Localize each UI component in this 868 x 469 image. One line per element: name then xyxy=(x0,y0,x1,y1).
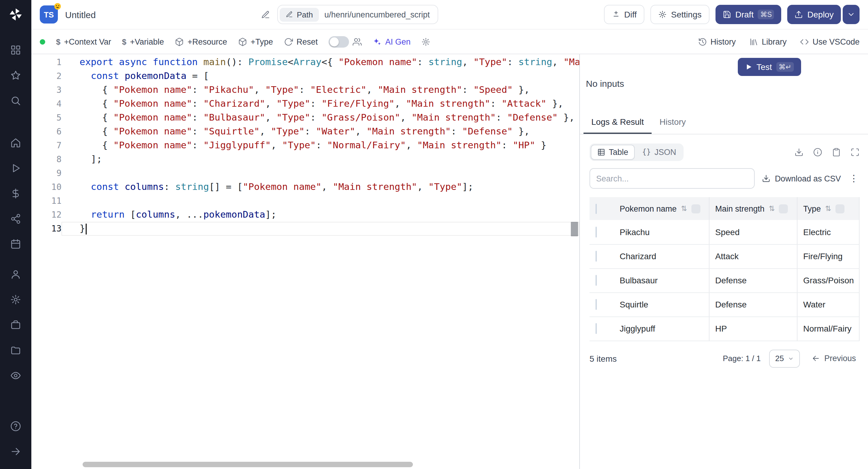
result-tabs: Logs & Result History xyxy=(580,111,868,134)
view-toggle-json[interactable]: {} JSON xyxy=(636,145,682,159)
table-cell: Speed xyxy=(709,220,797,244)
table-icon xyxy=(597,148,605,156)
line-number: 8 xyxy=(31,153,61,166)
sidebar-item-folders[interactable] xyxy=(0,338,31,363)
code-line-6[interactable]: 6 { "Pokemon name": "Squirtle", "Type": … xyxy=(31,125,579,139)
info-icon[interactable] xyxy=(813,147,822,156)
use-vscode-button[interactable]: Use VSCode xyxy=(800,37,860,46)
row-checkbox[interactable] xyxy=(595,275,597,286)
sidebar-item-resources[interactable] xyxy=(0,206,31,231)
settings-button[interactable]: Settings xyxy=(651,5,710,24)
code-line-9[interactable]: 9 xyxy=(31,166,579,180)
type-box-icon xyxy=(238,37,247,46)
toggle-switch[interactable] xyxy=(329,36,349,47)
sort-icon[interactable]: ⇅ xyxy=(825,205,831,213)
users-icon[interactable] xyxy=(352,37,362,46)
code-line-13[interactable]: 13} xyxy=(31,222,579,236)
code-line-8[interactable]: 8 ]; xyxy=(31,153,579,166)
table-cell: Squirtle xyxy=(614,292,709,316)
select-all-checkbox[interactable] xyxy=(595,204,597,214)
horizontal-scrollbar[interactable] xyxy=(83,462,413,467)
test-button[interactable]: Test ⌘↵ xyxy=(738,58,801,76)
add-variable-button[interactable]: $ +Variable xyxy=(122,37,164,46)
editor-settings-button[interactable] xyxy=(421,37,430,46)
sidebar-item-help[interactable] xyxy=(0,413,31,439)
code-line-7[interactable]: 7 { "Pokemon name": "Jigglypuff", "Type"… xyxy=(31,139,579,153)
sidebar-item-variables[interactable] xyxy=(0,181,31,206)
draft-button[interactable]: Draft ⌘S xyxy=(715,5,781,24)
sidebar-item-runs[interactable] xyxy=(0,156,31,181)
library-icon xyxy=(749,37,758,46)
tab-logs-and-result[interactable]: Logs & Result xyxy=(584,111,652,134)
copy-result-icon[interactable] xyxy=(832,147,841,156)
previous-page-button[interactable]: Previous xyxy=(809,353,860,364)
sidebar-item-workers[interactable] xyxy=(0,312,31,338)
result-actions xyxy=(795,147,860,156)
sidebar-item-search[interactable] xyxy=(0,88,31,113)
path-button[interactable]: Path xyxy=(280,7,319,22)
apps-icon xyxy=(10,44,21,56)
edit-path-icon xyxy=(286,11,293,18)
row-checkbox[interactable] xyxy=(595,299,597,310)
play-icon xyxy=(745,63,752,70)
code-line-3[interactable]: 3 { "Pokemon name": "Pikachu", "Type": "… xyxy=(31,83,579,97)
download-csv-button[interactable]: Download as CSV xyxy=(762,174,841,183)
sort-icon[interactable]: ⇅ xyxy=(681,205,687,213)
tab-history[interactable]: History xyxy=(652,111,693,134)
table-row[interactable]: BulbasaurDefenseGrass/Poison xyxy=(590,268,859,292)
code-line-5[interactable]: 5 { "Pokemon name": "Bulbasaur", "Type":… xyxy=(31,111,579,125)
reset-button[interactable]: Reset xyxy=(284,37,318,46)
table-row[interactable]: JigglypuffHPNormal/Fairy xyxy=(590,316,859,341)
code-line-1[interactable]: 1export async function main(): Promise<A… xyxy=(31,56,579,69)
column-options-box[interactable] xyxy=(779,204,788,213)
download-result-icon[interactable] xyxy=(795,147,804,156)
download-icon xyxy=(762,174,771,183)
sidebar-item-star[interactable] xyxy=(0,63,31,88)
code-line-10[interactable]: 10 const columns: string[] = ["Pokemon n… xyxy=(31,180,579,194)
code-line-12[interactable]: 12 return [columns, ...pokemonData]; xyxy=(31,208,579,222)
code-line-4[interactable]: 4 { "Pokemon name": "Charizard", "Type":… xyxy=(31,97,579,111)
history-button[interactable]: History xyxy=(698,37,736,46)
windmill-logo-icon[interactable] xyxy=(8,0,23,29)
table-row[interactable]: SquirtleDefenseWater xyxy=(590,292,859,316)
view-toggle-table[interactable]: Table xyxy=(591,145,635,159)
sidebar-item-schedules[interactable] xyxy=(0,231,31,257)
result-panel-body: Table {} JSON xyxy=(580,134,868,469)
expand-result-icon[interactable] xyxy=(850,147,860,156)
add-context-var-button[interactable]: $ +Context Var xyxy=(56,37,111,46)
sidebar-item-apps[interactable] xyxy=(0,37,31,63)
table-footer: 5 items Page: 1 / 1 25 Previous xyxy=(590,349,860,368)
deploy-dropdown-button[interactable] xyxy=(843,5,860,24)
table-row[interactable]: CharizardAttackFire/Flying xyxy=(590,244,859,268)
sidebar-item-settings[interactable] xyxy=(0,287,31,312)
result-table-head: Pokemon name⇅Main strength⇅Type⇅ xyxy=(590,197,859,220)
sidebar-item-audit-logs[interactable] xyxy=(0,363,31,388)
header-actions: Diff Settings Draft ⌘S Deploy xyxy=(604,5,860,24)
add-type-label: +Type xyxy=(250,37,273,46)
row-checkbox[interactable] xyxy=(595,251,597,262)
row-checkbox[interactable] xyxy=(595,323,597,334)
add-type-button[interactable]: +Type xyxy=(238,37,273,46)
sidebar-item-expand[interactable] xyxy=(0,439,31,464)
deploy-button[interactable]: Deploy xyxy=(787,5,841,24)
column-options-box[interactable] xyxy=(835,204,844,213)
sidebar-item-account[interactable] xyxy=(0,262,31,287)
add-resource-button[interactable]: +Resource xyxy=(175,37,227,46)
diff-button[interactable]: Diff xyxy=(604,5,645,24)
refresh-icon xyxy=(284,37,293,46)
code-line-11[interactable]: 11 xyxy=(31,194,579,208)
search-input[interactable] xyxy=(590,168,755,189)
table-menu-button[interactable]: ⋮ xyxy=(848,173,860,184)
ai-gen-button[interactable]: AI Gen xyxy=(373,37,410,46)
column-options-box[interactable] xyxy=(691,204,700,213)
library-button[interactable]: Library xyxy=(749,37,786,46)
table-row[interactable]: PikachuSpeedElectric xyxy=(590,220,859,244)
sort-icon[interactable]: ⇅ xyxy=(769,205,775,213)
sidebar-item-home[interactable] xyxy=(0,130,31,156)
row-checkbox[interactable] xyxy=(595,227,597,238)
code-editor[interactable]: 1export async function main(): Promise<A… xyxy=(31,54,580,469)
page-size-select[interactable]: 25 xyxy=(769,349,800,368)
code-line-2[interactable]: 2 const pokemonData = [ xyxy=(31,69,579,83)
code-lines: 1export async function main(): Promise<A… xyxy=(31,56,579,236)
edit-title-icon[interactable] xyxy=(261,10,270,19)
